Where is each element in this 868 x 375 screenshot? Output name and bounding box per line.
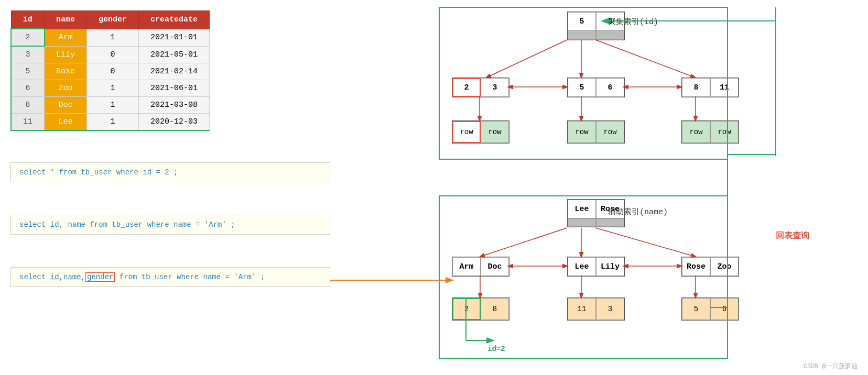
- sql-gender-box: gender: [85, 272, 115, 282]
- id-equals-label: id=2: [487, 345, 505, 353]
- aux-leaf-2: 2: [452, 298, 481, 320]
- l1-left-cell-2: 2: [452, 78, 481, 97]
- table-query-label: 回表查询: [776, 230, 809, 241]
- date-cell: 2020-12-03: [139, 114, 210, 131]
- clustered-leaf-right: row row: [681, 120, 739, 144]
- clustered-index-label: 聚集索引(id): [608, 17, 658, 27]
- clustered-leaf-left: row row: [452, 120, 509, 144]
- clustered-l1-right: 8 11: [681, 78, 739, 97]
- sql-id-underline: id: [50, 273, 59, 281]
- name-cell: Rose: [45, 63, 87, 80]
- sql-post: from tb_user where name = 'Arm' ;: [115, 273, 265, 281]
- l1-mid-cell-6: 6: [596, 78, 624, 97]
- root-gray-1: [568, 30, 596, 40]
- table-row: 11 Lee 1 2020-12-03: [11, 114, 210, 131]
- name-cell: Zoo: [45, 80, 87, 97]
- id-cell: 3: [11, 46, 45, 63]
- leaf-left-row1: row: [452, 121, 481, 143]
- sql-box-1: select * from tb_user where id = 2 ;: [10, 162, 330, 182]
- col-header-id: id: [11, 11, 45, 29]
- clustered-l1-left: 2 3: [452, 78, 509, 97]
- gender-cell: 1: [87, 114, 139, 131]
- clustered-leaf-mid: row row: [567, 120, 625, 144]
- aux-leaf-6: 6: [710, 298, 739, 320]
- date-cell: 2021-01-01: [139, 29, 210, 46]
- gender-cell: 1: [87, 29, 139, 46]
- sql-comma2: ,: [81, 273, 85, 281]
- leaf-mid-row2: row: [596, 121, 624, 143]
- aux-root-lee: Lee: [568, 200, 596, 218]
- svg-line-13: [480, 228, 567, 257]
- aux-l1-lily: Lily: [596, 257, 624, 276]
- aux-l1-lee: Lee: [568, 257, 596, 276]
- aux-leaf-mid: 11 3: [567, 297, 625, 321]
- aux-l1-right: Rose Zoo: [681, 257, 739, 277]
- id-cell: 6: [11, 80, 45, 97]
- id-cell: 11: [11, 114, 45, 131]
- l1-right-cell-11: 11: [710, 78, 739, 97]
- aux-l1-doc: Doc: [481, 257, 509, 276]
- gender-cell: 1: [87, 80, 139, 97]
- sql-text-2: select id, name from tb_user where name …: [19, 220, 235, 229]
- date-cell: 2021-02-14: [139, 63, 210, 80]
- gender-cell: 0: [87, 46, 139, 63]
- database-table: id name gender createdate 2 Arm 1 2021-0…: [10, 10, 210, 131]
- aux-leaf-right: 5 6: [681, 297, 739, 321]
- col-header-gender: gender: [87, 11, 139, 29]
- table-row: 2 Arm 1 2021-01-01: [11, 29, 210, 46]
- id-cell: 8: [11, 97, 45, 114]
- id-cell: 5: [11, 63, 45, 80]
- root-gray-2: [596, 30, 624, 40]
- table-row: 8 Doc 1 2021-03-08: [11, 97, 210, 114]
- aux-leaf-5: 5: [682, 298, 710, 320]
- aux-l1-rose: Rose: [682, 257, 710, 276]
- table-row: 6 Zoo 1 2021-06-01: [11, 80, 210, 97]
- aux-l1-mid: Lee Lily: [567, 257, 625, 277]
- date-cell: 2021-03-08: [139, 97, 210, 114]
- id-cell: 2: [11, 29, 45, 46]
- svg-line-6: [595, 40, 695, 78]
- csdn-label: CSDN @一只菠萝油: [804, 362, 858, 371]
- name-cell: Arm: [45, 29, 87, 46]
- sql-name-underline: name: [63, 273, 81, 281]
- date-cell: 2021-06-01: [139, 80, 210, 97]
- sql-comma1: ,: [59, 273, 63, 281]
- svg-line-15: [595, 228, 696, 257]
- root-cell-5: 5: [568, 12, 596, 31]
- table-row: 3 Lily 0 2021-05-01: [11, 46, 210, 63]
- leaf-mid-row1: row: [568, 121, 596, 143]
- aux-root-gray1: [568, 218, 596, 227]
- l1-left-cell-3: 3: [481, 78, 509, 97]
- svg-line-4: [486, 40, 567, 78]
- sql-pre: select: [19, 273, 50, 281]
- sql-box-2: select id, name from tb_user where name …: [10, 215, 330, 235]
- l1-right-cell-8: 8: [682, 78, 710, 97]
- leaf-right-row1: row: [682, 121, 710, 143]
- table-row: 5 Rose 0 2021-02-14: [11, 63, 210, 80]
- leaf-right-row2: row: [710, 121, 739, 143]
- aux-l1-left: Arm Doc: [452, 257, 509, 277]
- clustered-root-gray: [567, 30, 625, 40]
- name-cell: Doc: [45, 97, 87, 114]
- sql-text-1: select * from tb_user where id = 2 ;: [19, 168, 178, 177]
- clustered-l1-mid: 5 6: [567, 78, 625, 97]
- col-header-createdate: createdate: [139, 11, 210, 29]
- aux-leaf-3: 3: [596, 298, 624, 320]
- col-header-name: name: [45, 11, 87, 29]
- aux-leaf-11: 11: [568, 298, 596, 320]
- name-cell: Lee: [45, 114, 87, 131]
- gender-cell: 1: [87, 97, 139, 114]
- aux-l1-arm: Arm: [452, 257, 481, 276]
- aux-leaf-8: 8: [481, 298, 509, 320]
- aux-index-label: 辅助索引(name): [608, 207, 668, 217]
- aux-leaf-left: 2 8: [452, 297, 509, 321]
- sql-box-3: select id,name,gender from tb_user where…: [10, 267, 330, 287]
- leaf-left-row2: row: [481, 121, 509, 143]
- aux-l1-zoo: Zoo: [710, 257, 739, 276]
- gender-cell: 0: [87, 63, 139, 80]
- date-cell: 2021-05-01: [139, 46, 210, 63]
- name-cell: Lily: [45, 46, 87, 63]
- aux-root-gray2: [596, 218, 624, 227]
- l1-mid-cell-5: 5: [568, 78, 596, 97]
